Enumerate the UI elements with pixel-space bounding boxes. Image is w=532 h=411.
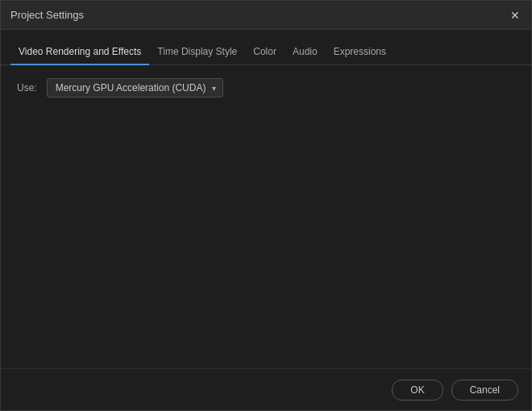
tab-time-display[interactable]: Time Display Style <box>149 39 245 65</box>
chevron-down-icon: ▾ <box>212 84 216 93</box>
use-label: Use: <box>17 82 37 93</box>
dropdown-selected-value: Mercury GPU Acceleration (CUDA) <box>56 82 206 93</box>
renderer-dropdown[interactable]: Mercury GPU Acceleration (CUDA) ▾ <box>47 78 224 98</box>
tabs-bar: Video Rendering and Effects Time Display… <box>1 30 531 65</box>
cancel-button[interactable]: Cancel <box>451 380 518 401</box>
tab-expressions[interactable]: Expressions <box>326 39 394 65</box>
close-button[interactable]: ✕ <box>509 9 522 22</box>
dialog-title: Project Settings <box>10 9 84 21</box>
title-bar: Project Settings ✕ <box>1 1 531 30</box>
content-area: Use: Mercury GPU Acceleration (CUDA) ▾ <box>1 65 531 368</box>
dialog-footer: OK Cancel <box>1 368 531 410</box>
use-row: Use: Mercury GPU Acceleration (CUDA) ▾ <box>17 78 515 98</box>
tab-audio[interactable]: Audio <box>285 39 326 65</box>
ok-button[interactable]: OK <box>392 380 443 401</box>
tab-color[interactable]: Color <box>245 39 285 65</box>
project-settings-dialog: Project Settings ✕ Video Rendering and E… <box>0 0 532 411</box>
tab-video-rendering[interactable]: Video Rendering and Effects <box>10 39 149 65</box>
